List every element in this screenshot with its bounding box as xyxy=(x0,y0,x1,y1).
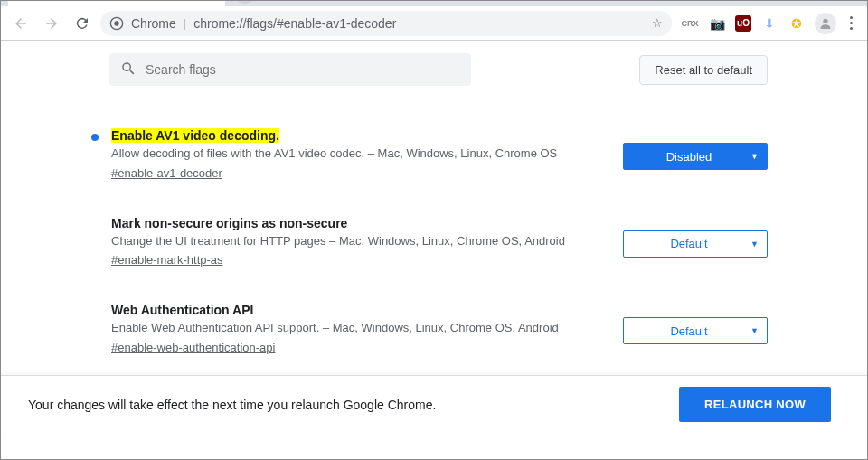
flag-title: Mark non-secure origins as non-secure xyxy=(111,216,347,230)
search-flags-box[interactable] xyxy=(109,53,471,86)
address-bar[interactable]: Chrome | chrome://flags/#enable-av1-deco… xyxy=(100,11,672,36)
extension-download-icon[interactable]: ⬇ xyxy=(760,14,778,33)
reset-all-button[interactable]: Reset all to default xyxy=(639,55,768,85)
browser-tab[interactable]: chrome://flags/#enable-av1-dec ✕ xyxy=(8,0,225,6)
chrome-icon xyxy=(109,16,124,31)
relaunch-message: Your changes will take effect the next t… xyxy=(28,398,679,412)
svg-point-1 xyxy=(114,21,118,25)
modified-indicator xyxy=(91,303,99,354)
flag-select[interactable]: Disabled xyxy=(623,143,768,170)
flag-select[interactable]: Default xyxy=(623,317,768,344)
svg-point-2 xyxy=(823,18,827,23)
tab-strip: chrome://flags/#enable-av1-dec ✕ + ─ ☐ ✕ xyxy=(1,0,867,6)
flag-select[interactable]: Default xyxy=(623,230,768,258)
browser-toolbar: Chrome | chrome://flags/#enable-av1-deco… xyxy=(1,6,867,41)
flag-description: Enable Web Authentication API support. –… xyxy=(111,319,610,337)
profile-avatar[interactable] xyxy=(815,13,836,34)
relaunch-button[interactable]: RELAUNCH NOW xyxy=(679,387,831,422)
window-close-button[interactable]: ✕ xyxy=(826,0,867,1)
extension-icons: CRX 📷 uO ⬇ ✪ xyxy=(677,14,809,33)
extension-camera-icon[interactable]: 📷 xyxy=(708,14,726,33)
page-content: Reset all to default Enable AV1 video de… xyxy=(1,41,867,433)
back-button[interactable] xyxy=(8,11,33,36)
chrome-menu-button[interactable] xyxy=(842,16,860,30)
search-input[interactable] xyxy=(146,62,460,77)
modified-indicator xyxy=(91,128,99,180)
flag-body: Enable AV1 video decoding.Allow decoding… xyxy=(111,128,610,180)
flag-body: Mark non-secure origins as non-secureCha… xyxy=(111,216,610,268)
flag-title: Web Authentication API xyxy=(111,303,253,317)
flag-control: Default xyxy=(623,303,768,354)
omnibox-url: chrome://flags/#enable-av1-decoder xyxy=(193,16,645,31)
modified-indicator xyxy=(91,216,99,268)
window-maximize-button[interactable]: ☐ xyxy=(784,0,826,1)
new-tab-button[interactable]: + xyxy=(232,0,258,4)
flag-control: Default xyxy=(623,216,768,268)
extension-ublock-icon[interactable]: uO xyxy=(735,15,751,32)
flag-row: Enable AV1 video decoding.Allow decoding… xyxy=(91,117,768,205)
flag-body: Web Authentication APIEnable Web Authent… xyxy=(111,303,610,354)
flag-title: Enable AV1 video decoding. xyxy=(111,128,279,143)
reload-button[interactable] xyxy=(70,11,95,36)
extension-crx-icon[interactable]: CRX xyxy=(681,14,699,33)
flag-anchor-link[interactable]: #enable-av1-decoder xyxy=(111,166,222,180)
flag-description: Allow decoding of files with the AV1 vid… xyxy=(111,145,610,163)
flag-anchor-link[interactable]: #enable-mark-http-as xyxy=(111,253,223,267)
flag-description: Change the UI treatment for HTTP pages –… xyxy=(111,232,610,250)
extension-badge-icon[interactable]: ✪ xyxy=(788,14,806,33)
search-icon xyxy=(120,61,137,80)
relaunch-bar: Your changes will take effect the next t… xyxy=(1,375,867,433)
bookmark-star-icon[interactable]: ☆ xyxy=(652,16,663,30)
flag-anchor-link[interactable]: #enable-web-authentication-api xyxy=(111,341,275,354)
flag-row: Mark non-secure origins as non-secureCha… xyxy=(91,205,768,293)
forward-button[interactable] xyxy=(39,11,64,36)
omnibox-scheme-label: Chrome xyxy=(131,16,176,31)
window-minimize-button[interactable]: ─ xyxy=(742,0,784,1)
flag-control: Disabled xyxy=(623,128,768,180)
omnibox-separator: | xyxy=(184,16,186,30)
flag-row: Web Authentication APIEnable Web Authent… xyxy=(91,292,768,380)
